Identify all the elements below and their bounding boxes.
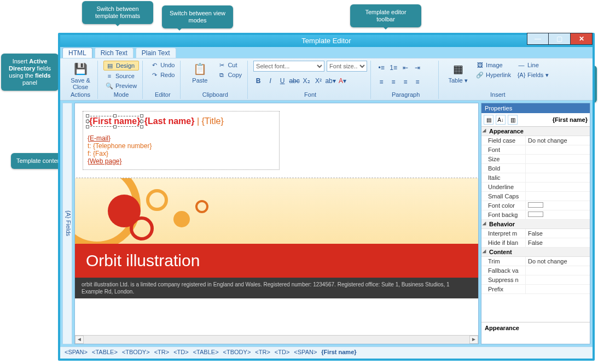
prop-font-color[interactable]: Font color (481, 201, 590, 210)
prop-suppress[interactable]: Suppress n (481, 275, 590, 285)
tab-html[interactable]: HTML (62, 48, 92, 58)
table-icon: ▦ (450, 61, 466, 77)
template-canvas[interactable]: {First name} {Last name} | {Title} {E-ma… (75, 103, 478, 335)
maximize-button[interactable]: ▢ (549, 33, 571, 45)
horizontal-scrollbar[interactable]: ◄ ► (75, 335, 478, 344)
prop-cat-behavior[interactable]: Behavior (481, 220, 590, 229)
callout-fields: Insert Active Directory fields using the… (1, 54, 59, 91)
mode-preview[interactable]: 🔍Preview (103, 81, 139, 90)
banner-graphic (75, 178, 478, 244)
prop-field-case[interactable]: Field caseDo not change (481, 136, 590, 145)
breadcrumb-item[interactable]: <TABLE> (193, 349, 219, 355)
align-right-button[interactable]: ≡ (400, 77, 410, 87)
field-last-name[interactable]: {Last name} (144, 116, 195, 126)
highlight-button[interactable]: ab▾ (326, 76, 335, 86)
prop-cat-content[interactable]: Content (481, 248, 590, 257)
insert-line-button[interactable]: —Line (515, 61, 551, 69)
field-title[interactable]: {Title} (201, 116, 223, 126)
fields-panel-toggle[interactable]: {A} Fields (62, 103, 72, 344)
align-justify-button[interactable]: ≡ (413, 77, 422, 87)
field-web-page[interactable]: {Web page} (88, 157, 122, 165)
prop-small-caps[interactable]: Small Caps (481, 192, 590, 201)
breadcrumb-item[interactable]: <TBODY> (122, 349, 150, 355)
field-telephone[interactable]: {Telephone number} (93, 142, 152, 150)
signature-block[interactable]: {First name} {Last name} | {Title} {E-ma… (83, 111, 280, 170)
prop-bold[interactable]: Bold (481, 164, 590, 173)
props-categorized-button[interactable]: ▤ (484, 115, 494, 125)
prop-size[interactable]: Size (481, 155, 590, 164)
element-breadcrumb: <SPAN><TABLE><TBODY><TR><TD><TABLE><TBOD… (60, 347, 593, 359)
mode-design[interactable]: ▤Design (103, 61, 139, 71)
font-size-select[interactable]: Font size... (327, 61, 367, 72)
prop-font-bg[interactable]: Font backg (481, 210, 590, 220)
subscript-button[interactable]: X₂ (301, 76, 311, 86)
group-mode-label: Mode (103, 90, 139, 98)
italic-button[interactable]: I (265, 76, 275, 86)
tab-rich-text[interactable]: Rich Text (95, 48, 133, 58)
callout-views: Switch between view modes (162, 5, 233, 28)
breadcrumb-item[interactable]: <TR> (154, 349, 170, 355)
prop-underline[interactable]: Underline (481, 183, 590, 192)
font-family-select[interactable]: Select font... (253, 61, 324, 72)
fields-panel-icon: {A} (65, 210, 72, 219)
numbering-button[interactable]: 1≡ (388, 63, 398, 73)
breadcrumb-item[interactable]: <TR> (255, 349, 270, 355)
prop-interpret[interactable]: Interpret mFalse (481, 229, 590, 238)
prop-cat-appearance[interactable]: Appearance (481, 127, 590, 136)
props-alpha-button[interactable]: A↓ (496, 115, 506, 125)
superscript-button[interactable]: X² (313, 76, 323, 86)
image-icon: 🖼 (476, 61, 484, 69)
breadcrumb-selected: {First name} (321, 349, 356, 355)
insert-fields-button[interactable]: {A}Fields ▾ (515, 71, 551, 79)
cut-icon: ✂ (218, 61, 225, 69)
callout-formats: Switch between template formats (82, 1, 153, 24)
line-icon: — (518, 61, 525, 69)
field-fax[interactable]: {Fax} (93, 150, 108, 157)
breadcrumb-item[interactable]: <TABLE> (92, 349, 118, 355)
close-button[interactable]: ✕ (571, 33, 593, 45)
tab-plain-text[interactable]: Plain Text (136, 48, 176, 58)
breadcrumb-item[interactable]: <SPAN> (294, 349, 317, 355)
insert-image-button[interactable]: 🖼Image (474, 61, 513, 69)
align-left-button[interactable]: ≡ (376, 77, 386, 87)
copy-icon: ⧉ (218, 71, 225, 79)
indent-button[interactable]: ⇥ (413, 63, 422, 73)
breadcrumb-item[interactable]: <TD> (275, 349, 290, 355)
font-color-button[interactable]: A▾ (338, 76, 347, 86)
field-email[interactable]: {E-mail} (88, 134, 111, 142)
props-pages-button[interactable]: ▥ (508, 115, 518, 125)
prop-hide-blank[interactable]: Hide if blanFalse (481, 238, 590, 248)
ribbon-toolbar: 💾 Save & Close Actions ▤Design ≡Source 🔍… (60, 58, 593, 101)
bold-button[interactable]: B (253, 76, 263, 86)
app-window: Template Editor — ▢ ✕ HTML Rich Text Pla… (58, 33, 595, 361)
source-icon: ≡ (106, 72, 113, 80)
scroll-right-arrow[interactable]: ► (469, 336, 478, 344)
cut-button[interactable]: ✂Cut (216, 61, 244, 69)
underline-button[interactable]: U (277, 76, 287, 86)
props-description: Appearance (481, 322, 590, 344)
breadcrumb-item[interactable]: <TD> (173, 349, 189, 355)
redo-button[interactable]: ↷Redo (148, 71, 177, 79)
group-paragraph-label: Paragraph (376, 90, 435, 98)
bullets-button[interactable]: •≡ (376, 63, 386, 73)
strike-button[interactable]: abc (289, 76, 299, 86)
insert-hyperlink-button[interactable]: 🔗Hyperlink (474, 71, 513, 79)
outdent-button[interactable]: ⇤ (400, 63, 410, 73)
prop-italic[interactable]: Italic (481, 173, 590, 183)
prop-fallback[interactable]: Fallback va (481, 266, 590, 275)
hyperlink-icon: 🔗 (476, 71, 484, 79)
mode-source[interactable]: ≡Source (103, 72, 139, 80)
minimize-button[interactable]: — (527, 33, 549, 45)
insert-table-button[interactable]: ▦ Table ▾ (444, 61, 472, 84)
prop-font[interactable]: Font (481, 145, 590, 155)
scroll-left-arrow[interactable]: ◄ (75, 336, 84, 344)
paste-button[interactable]: 📋 Paste (186, 61, 213, 84)
copy-button[interactable]: ⧉Copy (216, 71, 244, 79)
save-close-button[interactable]: 💾 Save & Close (67, 61, 94, 90)
align-center-button[interactable]: ≡ (388, 77, 398, 87)
breadcrumb-item[interactable]: <TBODY> (223, 349, 251, 355)
breadcrumb-item[interactable]: <SPAN> (65, 349, 88, 355)
undo-button[interactable]: ↶Undo (148, 61, 177, 69)
prop-trim[interactable]: TrimDo not change (481, 257, 590, 266)
prop-prefix[interactable]: Prefix (481, 285, 590, 294)
